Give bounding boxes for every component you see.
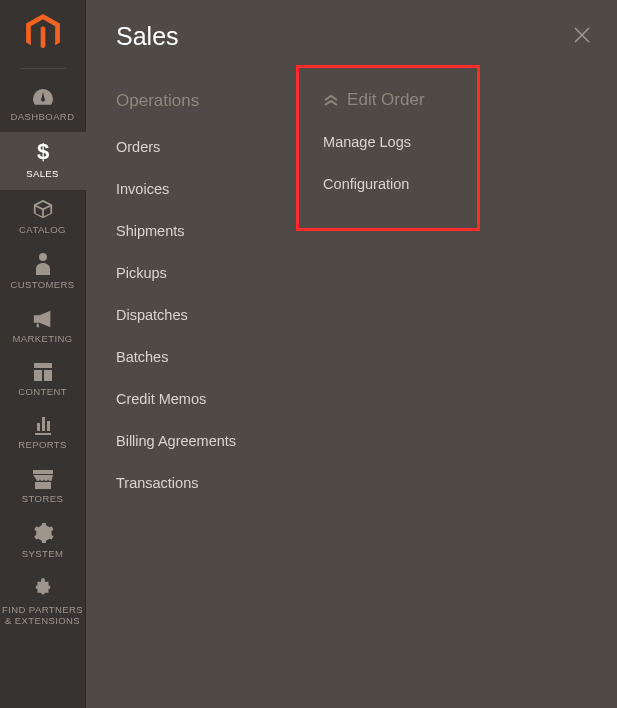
sidebar-label: CUSTOMERS <box>10 279 74 290</box>
sidebar-item-stores[interactable]: STORES <box>0 461 86 514</box>
person-icon <box>34 253 52 275</box>
gear-icon <box>32 522 54 544</box>
sidebar-label: CONTENT <box>18 386 67 397</box>
sidebar-item-customers[interactable]: CUSTOMERS <box>0 245 86 300</box>
section-heading-text: Edit Order <box>347 90 424 110</box>
sidebar-item-catalog[interactable]: CATALOG <box>0 190 86 245</box>
section-heading: Edit Order <box>323 90 453 110</box>
flyout-panel: Sales Operations Orders Invoices Shipmen… <box>86 0 617 708</box>
store-icon <box>32 469 54 489</box>
sidebar-item-content[interactable]: CONTENT <box>0 354 86 407</box>
close-button[interactable] <box>573 26 591 44</box>
sidebar-item-dashboard[interactable]: DASHBOARD <box>0 79 86 132</box>
section-heading: Operations <box>116 91 236 111</box>
sidebar-item-reports[interactable]: REPORTS <box>0 407 86 460</box>
svg-text:$: $ <box>36 140 48 164</box>
bars-icon <box>33 415 53 435</box>
sidebar-item-system[interactable]: SYSTEM <box>0 514 86 569</box>
sidebar-item-find-partners[interactable]: FIND PARTNERS & EXTENSIONS <box>0 570 86 637</box>
sidebar-item-sales[interactable]: $ SALES <box>0 132 86 189</box>
menu-item-batches[interactable]: Batches <box>116 349 236 365</box>
menu-item-orders[interactable]: Orders <box>116 139 236 155</box>
menu-item-shipments[interactable]: Shipments <box>116 223 236 239</box>
megaphone-icon <box>32 309 54 329</box>
sidebar-label: MARKETING <box>12 333 72 344</box>
menu-item-transactions[interactable]: Transactions <box>116 475 236 491</box>
menu-item-billing-agreements[interactable]: Billing Agreements <box>116 433 236 449</box>
magento-logo-icon[interactable] <box>23 12 63 54</box>
chevrons-up-icon <box>323 93 339 107</box>
dollar-icon: $ <box>33 140 53 164</box>
puzzle-icon <box>32 578 54 600</box>
menu-item-credit-memos[interactable]: Credit Memos <box>116 391 236 407</box>
menu-item-manage-logs[interactable]: Manage Logs <box>323 134 453 150</box>
divider <box>20 68 66 69</box>
sidebar-item-marketing[interactable]: MARKETING <box>0 301 86 354</box>
menu-item-pickups[interactable]: Pickups <box>116 265 236 281</box>
sidebar-label: STORES <box>22 493 63 504</box>
panel-title: Sales <box>116 22 587 51</box>
sidebar-label: SYSTEM <box>22 548 63 559</box>
section-operations: Operations Orders Invoices Shipments Pic… <box>116 91 236 517</box>
sidebar-label: REPORTS <box>18 439 67 450</box>
sidebar-label: SALES <box>26 168 59 179</box>
highlight-box: Edit Order Manage Logs Configuration <box>296 65 480 231</box>
layout-icon <box>33 362 53 382</box>
box-icon <box>32 198 54 220</box>
menu-item-invoices[interactable]: Invoices <box>116 181 236 197</box>
sidebar-label: CATALOG <box>19 224 66 235</box>
menu-item-dispatches[interactable]: Dispatches <box>116 307 236 323</box>
gauge-icon <box>31 87 55 107</box>
menu-item-configuration[interactable]: Configuration <box>323 176 453 192</box>
admin-sidebar: DASHBOARD $ SALES CATALOG CUSTOMERS MARK… <box>0 0 86 708</box>
sidebar-label: DASHBOARD <box>11 111 75 122</box>
section-edit-order: Edit Order Manage Logs Configuration <box>296 91 480 517</box>
sidebar-label: FIND PARTNERS & EXTENSIONS <box>0 604 86 627</box>
